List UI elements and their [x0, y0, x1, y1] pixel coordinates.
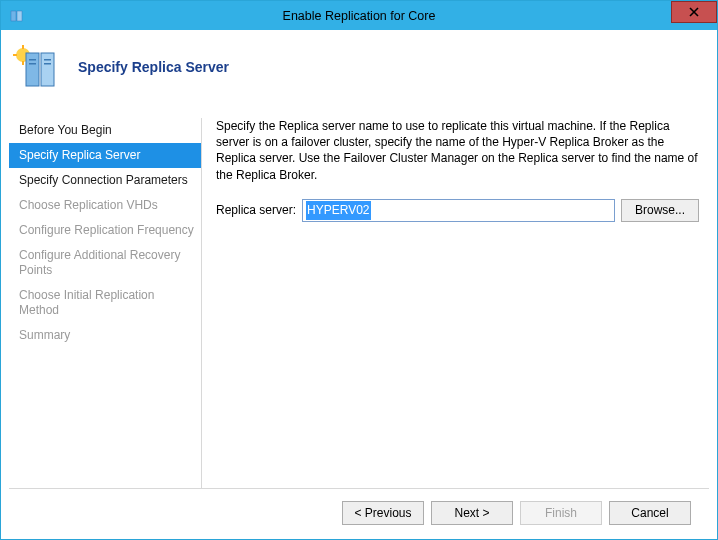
- wizard-header-icon: [13, 45, 58, 90]
- svg-rect-0: [11, 11, 16, 21]
- svg-rect-10: [41, 53, 54, 86]
- content-area: Before You Begin Specify Replica Server …: [1, 104, 717, 488]
- replica-server-input[interactable]: HYPERV02: [302, 199, 615, 222]
- wizard-window: Enable Replication for Core Specify Repl…: [0, 0, 718, 540]
- next-button[interactable]: Next >: [431, 501, 513, 525]
- window-title: Enable Replication for Core: [283, 9, 436, 23]
- finish-button: Finish: [520, 501, 602, 525]
- replica-server-value: HYPERV02: [306, 201, 370, 220]
- wizard-header: Specify Replica Server: [1, 30, 717, 104]
- sidebar-item-configure-additional-recovery-points: Configure Additional Recovery Points: [9, 243, 201, 283]
- previous-button[interactable]: < Previous: [342, 501, 424, 525]
- sidebar-item-specify-replica-server[interactable]: Specify Replica Server: [9, 143, 201, 168]
- titlebar: Enable Replication for Core: [1, 1, 717, 30]
- cancel-button[interactable]: Cancel: [609, 501, 691, 525]
- svg-rect-11: [29, 59, 36, 61]
- description-text: Specify the Replica server name to use t…: [216, 118, 699, 183]
- svg-rect-6: [22, 61, 24, 65]
- svg-rect-9: [26, 53, 39, 86]
- svg-rect-7: [13, 54, 17, 56]
- replica-server-row: Replica server: HYPERV02 Browse...: [216, 199, 699, 222]
- sidebar-item-specify-connection-parameters[interactable]: Specify Connection Parameters: [9, 168, 201, 193]
- close-icon: [689, 7, 699, 17]
- svg-rect-12: [29, 63, 36, 65]
- svg-rect-14: [44, 63, 51, 65]
- main-panel: Specify the Replica server name to use t…: [202, 112, 709, 488]
- sidebar-item-before-you-begin[interactable]: Before You Begin: [9, 118, 201, 143]
- wizard-footer: < Previous Next > Finish Cancel: [9, 488, 709, 539]
- sidebar-item-choose-initial-replication-method: Choose Initial Replication Method: [9, 283, 201, 323]
- sidebar-item-choose-replication-vhds: Choose Replication VHDs: [9, 193, 201, 218]
- svg-rect-1: [17, 11, 22, 21]
- wizard-steps-sidebar: Before You Begin Specify Replica Server …: [9, 112, 201, 488]
- replica-server-label: Replica server:: [216, 203, 296, 217]
- app-icon: [9, 8, 25, 24]
- page-title: Specify Replica Server: [78, 59, 229, 75]
- svg-rect-5: [22, 45, 24, 49]
- close-button[interactable]: [671, 1, 717, 23]
- sidebar-item-summary: Summary: [9, 323, 201, 348]
- browse-button[interactable]: Browse...: [621, 199, 699, 222]
- sidebar-item-configure-replication-frequency: Configure Replication Frequency: [9, 218, 201, 243]
- svg-rect-13: [44, 59, 51, 61]
